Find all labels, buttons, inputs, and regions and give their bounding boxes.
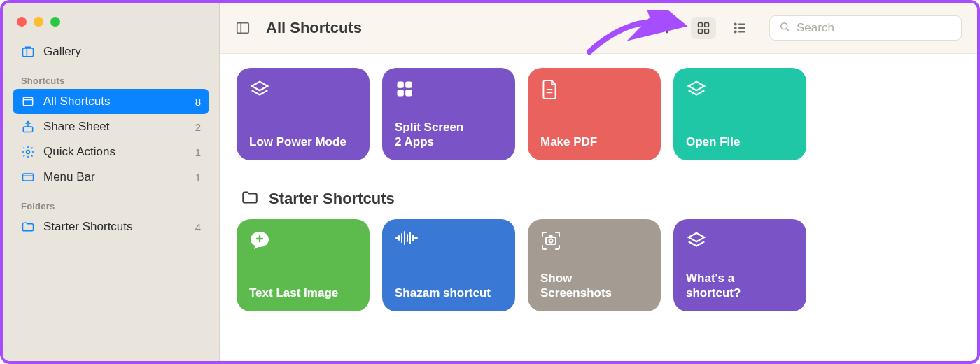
wave-icon (395, 230, 416, 251)
svg-rect-6 (699, 23, 703, 27)
layers-icon (249, 79, 270, 100)
menubar-icon (21, 170, 35, 184)
gallery-icon (21, 45, 35, 59)
sidebar-item-label: Starter Shortcuts (43, 220, 187, 234)
sidebar-item-label: Gallery (43, 45, 201, 59)
close-window-button[interactable] (17, 17, 27, 27)
grid4-icon (395, 79, 416, 100)
sidebar-item-menu-bar[interactable]: Menu Bar 1 (13, 164, 209, 190)
svg-rect-7 (705, 23, 709, 27)
sidebar: Gallery Shortcuts All Shortcuts 8 Share … (3, 3, 220, 361)
share-icon (21, 120, 35, 134)
section-header-starter: Starter Shortcuts (237, 160, 960, 214)
sidebar-item-label: Quick Actions (43, 145, 187, 159)
sidebar-heading-folders: Folders (13, 190, 209, 214)
all-shortcuts-icon (21, 94, 35, 108)
toolbar: All Shortcuts (220, 3, 977, 54)
svg-rect-4 (23, 174, 34, 181)
page-title: All Shortcuts (266, 19, 362, 37)
svg-rect-17 (405, 90, 412, 96)
svg-point-3 (27, 150, 30, 154)
starter-card-2[interactable]: Show Screenshots (528, 219, 661, 312)
svg-rect-16 (398, 90, 404, 96)
sidebar-item-count: 2 (195, 121, 201, 133)
svg-rect-1 (23, 97, 32, 106)
minimize-window-button[interactable] (34, 17, 43, 27)
svg-rect-5 (237, 23, 249, 34)
svg-rect-9 (705, 29, 709, 34)
svg-point-19 (550, 239, 553, 243)
section-title: Starter Shortcuts (269, 190, 395, 208)
sidebar-item-share-sheet[interactable]: Share Sheet 2 (13, 114, 209, 139)
content-area: Low Power ModeSplit Screen 2 AppsMake PD… (220, 54, 977, 361)
file-icon (540, 79, 561, 100)
svg-rect-15 (405, 82, 412, 88)
svg-point-10 (734, 23, 736, 24)
list-view-button[interactable] (727, 17, 752, 39)
sidebar-folder-starter-shortcuts[interactable]: Starter Shortcuts 4 (13, 214, 209, 239)
svg-point-12 (734, 31, 736, 32)
svg-rect-2 (23, 127, 32, 132)
search-icon (778, 20, 791, 36)
sidebar-item-label: All Shortcuts (43, 94, 187, 108)
shortcut-card-1[interactable]: Split Screen 2 Apps (382, 68, 515, 160)
card-title: Open File (686, 134, 794, 149)
shortcut-card-2[interactable]: Make PDF (528, 68, 661, 160)
card-title: What's a shortcut? (686, 271, 794, 301)
search-field[interactable] (769, 15, 962, 41)
window-controls (13, 11, 209, 39)
folder-icon (21, 220, 35, 234)
folder-icon (241, 188, 259, 209)
card-title: Split Screen 2 Apps (395, 120, 503, 150)
card-title: Shazam shortcut (395, 286, 503, 300)
main-panel: All Shortcuts Low Power ModeSplit Screen… (220, 3, 977, 361)
svg-point-11 (734, 27, 736, 29)
sidebar-item-count: 8 (195, 96, 201, 108)
sidebar-item-gallery[interactable]: Gallery (13, 39, 209, 64)
starter-card-3[interactable]: What's a shortcut? (673, 219, 806, 312)
card-title: Low Power Mode (249, 134, 357, 149)
sidebar-item-count: 1 (195, 146, 201, 158)
sidebar-item-all-shortcuts[interactable]: All Shortcuts 8 (13, 89, 209, 114)
starter-card-1[interactable]: Shazam shortcut (382, 219, 515, 312)
svg-rect-14 (398, 82, 404, 88)
card-title: Make PDF (540, 134, 648, 149)
shortcut-card-3[interactable]: Open File (673, 68, 806, 160)
svg-rect-0 (23, 48, 34, 57)
sidebar-item-count: 1 (195, 172, 201, 183)
card-title: Text Last Image (249, 286, 357, 300)
camera-corners-icon (540, 230, 561, 251)
grid-view-button[interactable] (691, 17, 716, 39)
starter-card-0[interactable]: Text Last Image (237, 219, 370, 312)
top-shortcuts-row: Low Power ModeSplit Screen 2 AppsMake PD… (237, 54, 960, 160)
add-button[interactable] (654, 17, 680, 39)
zoom-window-button[interactable] (50, 17, 60, 27)
sidebar-item-label: Share Sheet (43, 120, 187, 134)
svg-rect-8 (699, 29, 703, 34)
svg-point-13 (781, 23, 788, 29)
starter-shortcuts-row: Text Last ImageShazam shortcutShow Scree… (237, 214, 960, 312)
gear-icon (21, 145, 35, 159)
layers-icon (686, 79, 707, 100)
toggle-sidebar-icon[interactable] (235, 20, 251, 36)
sidebar-heading-shortcuts: Shortcuts (13, 64, 209, 89)
chat-plus-icon (249, 230, 270, 251)
sidebar-item-count: 4 (195, 221, 201, 233)
layers-icon (686, 230, 707, 251)
app-window: Gallery Shortcuts All Shortcuts 8 Share … (0, 0, 980, 364)
search-input[interactable] (797, 21, 953, 35)
sidebar-item-label: Menu Bar (43, 170, 187, 184)
shortcut-card-0[interactable]: Low Power Mode (237, 68, 370, 160)
card-title: Show Screenshots (540, 271, 648, 301)
sidebar-item-quick-actions[interactable]: Quick Actions 1 (13, 139, 209, 164)
